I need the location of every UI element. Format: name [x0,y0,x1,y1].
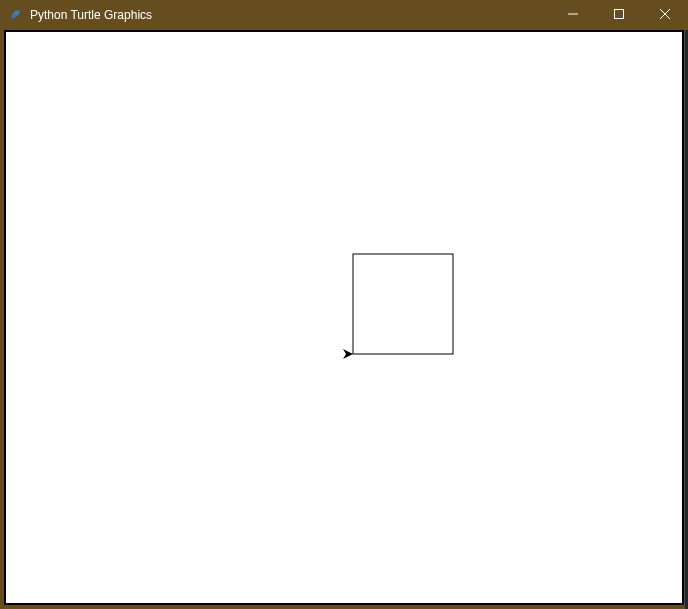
minimize-icon [568,8,578,22]
minimize-button[interactable] [550,0,596,30]
window-controls [550,0,688,30]
close-button[interactable] [642,0,688,30]
close-icon [660,8,670,22]
turtle-cursor-icon [343,349,353,359]
turtle-drawing-surface [6,32,682,603]
client-area [0,30,688,609]
python-turtle-feather-icon [8,7,24,23]
window-title: Python Turtle Graphics [30,8,550,22]
maximize-button[interactable] [596,0,642,30]
canvas-frame [4,30,684,605]
drawn-square [353,254,453,354]
turtle-canvas [6,32,682,603]
svg-rect-1 [615,10,624,19]
application-window: Python Turtle Graphics [0,0,688,609]
maximize-icon [614,8,624,22]
titlebar[interactable]: Python Turtle Graphics [0,0,688,30]
